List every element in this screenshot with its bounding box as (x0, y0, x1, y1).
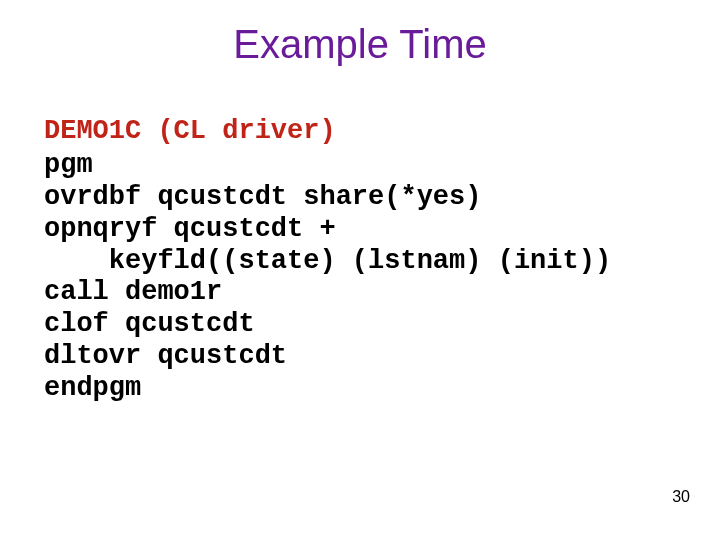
code-block: pgm ovrdbf qcustcdt share(*yes) opnqryf … (44, 150, 611, 405)
code-heading: DEMO1C (CL driver) (44, 116, 336, 146)
slide: Example Time DEMO1C (CL driver) pgm ovrd… (0, 0, 720, 540)
page-number: 30 (672, 488, 690, 506)
slide-title: Example Time (0, 22, 720, 67)
